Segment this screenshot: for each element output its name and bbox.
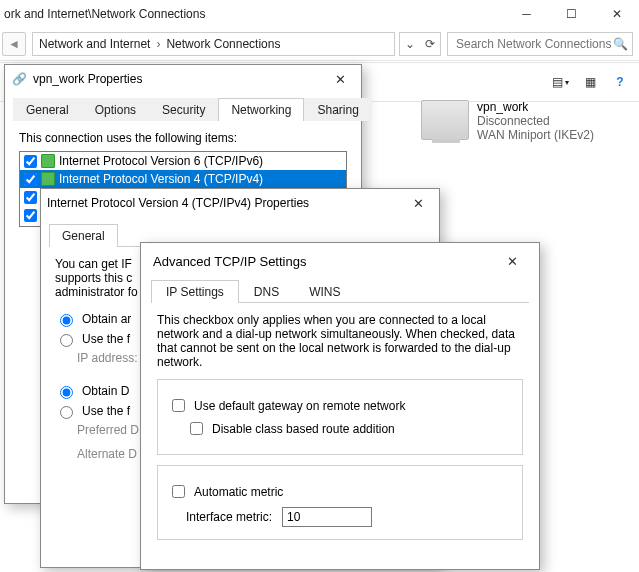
automatic-metric-checkbox[interactable] bbox=[172, 485, 185, 498]
item-checkbox[interactable] bbox=[24, 209, 37, 222]
item-checkbox[interactable] bbox=[24, 173, 37, 186]
obtain-dns-auto-radio[interactable] bbox=[60, 386, 73, 399]
checkbox-label: Use default gateway on remote network bbox=[194, 399, 405, 413]
interface-metric-label: Interface metric: bbox=[186, 510, 272, 524]
advanced-tcpip-dialog: Advanced TCP/IP Settings ✕ IP Settings D… bbox=[140, 242, 540, 570]
use-ip-radio[interactable] bbox=[60, 334, 73, 347]
metric-group: Automatic metric Interface metric: bbox=[157, 465, 523, 540]
radio-label: Obtain D bbox=[82, 384, 129, 398]
gateway-help-text: This checkbox only applies when you are … bbox=[157, 313, 523, 369]
address-bar: ork and Internet\Network Connections bbox=[0, 0, 499, 28]
tab-wins[interactable]: WINS bbox=[294, 280, 355, 303]
default-gateway-checkbox[interactable] bbox=[172, 399, 185, 412]
close-button[interactable]: ✕ bbox=[594, 0, 639, 28]
item-label: Internet Protocol Version 6 (TCP/IPv6) bbox=[59, 154, 263, 168]
radio-label: Obtain ar bbox=[82, 312, 131, 326]
dialog-title: Advanced TCP/IP Settings bbox=[153, 254, 497, 269]
search-icon: 🔍 bbox=[613, 37, 628, 51]
breadcrumb[interactable]: Network and Internet › Network Connectio… bbox=[32, 32, 395, 56]
back-button[interactable]: ◄ bbox=[2, 32, 26, 56]
maximize-button[interactable]: ☐ bbox=[549, 0, 594, 28]
dialog-title: Internet Protocol Version 4 (TCP/IPv4) P… bbox=[47, 196, 403, 210]
dialog-close-button[interactable]: ✕ bbox=[403, 196, 433, 211]
use-dns-radio[interactable] bbox=[60, 406, 73, 419]
breadcrumb-part[interactable]: Network and Internet bbox=[39, 37, 150, 51]
help-icon: ? bbox=[616, 75, 623, 89]
protocol-icon bbox=[41, 172, 55, 186]
gateway-group: Use default gateway on remote network Di… bbox=[157, 379, 523, 455]
item-checkbox[interactable] bbox=[24, 191, 37, 204]
dialog-title: vpn_work Properties bbox=[33, 72, 325, 86]
breadcrumb-dropdown-icon[interactable]: ⌄ bbox=[400, 37, 420, 51]
minimize-button[interactable]: ─ bbox=[504, 0, 549, 28]
layout-icon: ▦ bbox=[585, 75, 596, 89]
search-box[interactable]: 🔍 bbox=[447, 32, 633, 56]
network-item[interactable]: Internet Protocol Version 6 (TCP/IPv6) bbox=[20, 152, 346, 170]
obtain-ip-auto-radio[interactable] bbox=[60, 314, 73, 327]
chevron-right-icon: › bbox=[156, 37, 160, 51]
tab-security[interactable]: Security bbox=[149, 98, 218, 121]
radio-label: Use the f bbox=[82, 404, 130, 418]
view-options-button[interactable]: ▤▾ bbox=[549, 71, 571, 93]
radio-label: Use the f bbox=[82, 332, 130, 346]
group-button[interactable]: ▦ bbox=[579, 71, 601, 93]
disable-class-route-checkbox[interactable] bbox=[190, 422, 203, 435]
tab-ip-settings[interactable]: IP Settings bbox=[151, 280, 239, 303]
search-input[interactable] bbox=[454, 36, 626, 52]
dialog-close-button[interactable]: ✕ bbox=[325, 72, 355, 87]
connection-icon bbox=[421, 100, 469, 140]
breadcrumb-part[interactable]: Network Connections bbox=[166, 37, 280, 51]
dialog-icon: 🔗 bbox=[11, 71, 27, 87]
help-button[interactable]: ? bbox=[609, 71, 631, 93]
checkbox-label: Automatic metric bbox=[194, 485, 283, 499]
tab-general[interactable]: General bbox=[49, 224, 118, 247]
tab-sharing[interactable]: Sharing bbox=[304, 98, 371, 121]
connection-status: Disconnected bbox=[477, 114, 594, 128]
tab-dns[interactable]: DNS bbox=[239, 280, 294, 303]
connection-name: vpn_work bbox=[477, 100, 594, 114]
network-item[interactable]: Internet Protocol Version 4 (TCP/IPv4) bbox=[20, 170, 346, 188]
tab-options[interactable]: Options bbox=[82, 98, 149, 121]
dialog-close-button[interactable]: ✕ bbox=[497, 254, 527, 269]
item-label: Internet Protocol Version 4 (TCP/IPv4) bbox=[59, 172, 263, 186]
interface-metric-input[interactable] bbox=[282, 507, 372, 527]
refresh-button[interactable]: ⟳ bbox=[420, 37, 440, 51]
tab-networking[interactable]: Networking bbox=[218, 98, 304, 121]
tab-general[interactable]: General bbox=[13, 98, 82, 121]
connection-device: WAN Miniport (IKEv2) bbox=[477, 128, 594, 142]
items-intro: This connection uses the following items… bbox=[19, 131, 347, 145]
item-checkbox[interactable] bbox=[24, 155, 37, 168]
checkbox-label: Disable class based route addition bbox=[212, 422, 395, 436]
connection-item[interactable]: vpn_work Disconnected WAN Miniport (IKEv… bbox=[421, 100, 621, 142]
view-icon: ▤ bbox=[552, 75, 563, 89]
protocol-icon bbox=[41, 154, 55, 168]
